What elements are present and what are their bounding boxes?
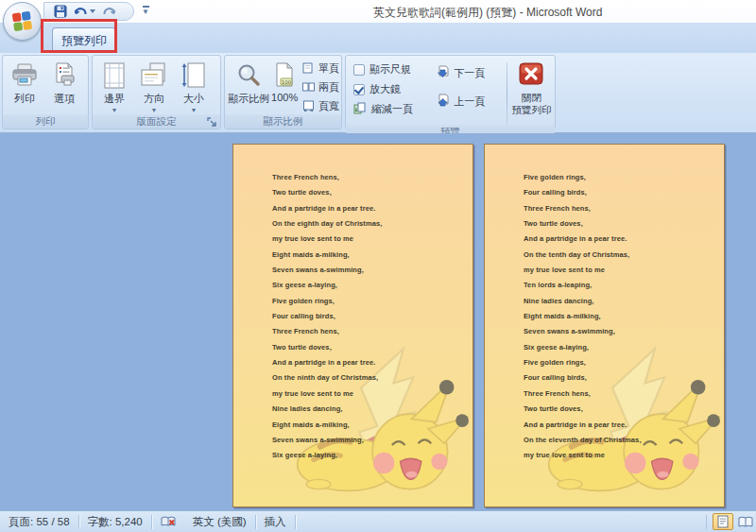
group-print: 列印 選項 列印 [2,55,89,129]
customize-qat-icon[interactable]: ▼ [140,6,151,17]
checkmark-icon [354,84,364,94]
document-line: Two turtle doves, [524,216,724,232]
document-line: Six geese a-laying, [272,278,472,293]
checkbox-checked-icon [353,84,365,95]
size-dropdown-icon: ▼ [191,108,198,113]
page-width-icon [302,100,315,113]
options-label: 選項 [54,92,75,106]
office-logo-icon [12,11,34,33]
document-line: And a partridge in a pear tree. [524,232,724,247]
save-icon[interactable] [54,5,67,18]
print-layout-view-button[interactable] [713,513,733,530]
document-line: Six geese a-laying, [524,340,724,355]
svg-text:100: 100 [282,79,292,85]
document-line: Seven swans a-swimming, [524,324,724,339]
document-line: Seven swans a-swimming, [272,433,472,448]
close-print-preview-button[interactable]: 關閉 預覽列印 [510,59,553,115]
margins-button[interactable]: 邊界 ▼ [94,59,134,113]
size-label: 大小 [183,92,204,106]
two-pages-label: 兩頁 [318,80,339,94]
document-line: Eight maids a-milking, [524,309,724,324]
zoom-button[interactable]: 顯示比例 [227,59,270,106]
group-label-print: 列印 [3,114,88,129]
document-line: On the eleventh day of Christmas, [524,433,724,448]
insert-mode-status[interactable]: 插入 [256,515,295,529]
document-line: Four calling birds, [524,370,724,386]
zoom-label: 顯示比例 [228,92,269,106]
group-zoom: 顯示比例 100 100% 單頁 兩頁 [224,55,342,129]
status-divider [295,515,296,529]
checkbox-unchecked-icon [353,64,365,76]
document-line: And a partridge in a pear tree. [272,355,472,370]
magnifier-checkbox[interactable]: 放大鏡 [353,82,435,96]
page-number-status[interactable]: 頁面: 55 / 58 [0,515,78,529]
document-line: Two turtle doves, [524,402,724,417]
group-label-page-setup: 版面設定 [93,114,220,129]
close-preview-icon [519,62,543,89]
document-line: On the tenth day of Christmas, [524,248,724,263]
document-line: Three French hens, [524,386,724,402]
print-button[interactable]: 列印 [5,59,44,106]
next-page-button[interactable]: 下一頁 [437,65,506,80]
document-line: Nine ladies dancing, [524,294,724,309]
show-ruler-checkbox[interactable]: 顯示尺規 [353,62,435,77]
document-line: my true love sent to me [272,386,472,402]
one-page-icon [302,62,315,76]
redo-icon[interactable] [102,6,116,18]
next-page-icon [437,65,450,80]
group-page-setup: 邊界 ▼ 方向 ▼ 大小 ▼ 版面設定 [92,55,221,129]
document-line: Five golden rings, [524,170,724,185]
shrink-one-page-button[interactable]: 縮減一頁 [353,102,435,116]
zoom-100-button[interactable]: 100 100% [270,59,299,103]
view-shortcuts [706,513,756,530]
proofing-status-icon[interactable] [152,515,184,529]
shrink-one-page-icon [353,102,367,116]
size-button[interactable]: 大小 ▼ [174,59,214,113]
document-line: Three French hens, [272,170,472,185]
quick-access-toolbar [43,2,134,21]
document-line: Two turtle doves, [272,185,472,200]
document-line: And a partridge in a pear tree. [524,418,724,433]
print-preview-canvas: Three French hens,Two turtle doves,And a… [0,133,756,510]
status-bar: 頁面: 55 / 58 字數: 5,240 英文 (美國) 插入 [0,510,756,532]
document-line: On the eighth day of Christmas, [272,216,472,232]
one-page-label: 單頁 [318,61,339,76]
group-label-zoom: 顯示比例 [225,114,341,129]
page-1-text: Three French hens,Two turtle doves,And a… [233,145,472,464]
office-button[interactable] [3,2,42,41]
zoom-100-icon: 100 [273,60,296,91]
orientation-label: 方向 [144,92,164,106]
shrink-one-page-label: 縮減一頁 [371,102,413,116]
two-pages-button[interactable]: 兩頁 [302,80,339,94]
full-screen-reading-view-button[interactable] [735,513,756,530]
group-separator [507,62,507,125]
page-2-text: Five golden rings,Four calling birds,Thr… [485,145,724,464]
print-label: 列印 [14,92,35,106]
magnifier-icon [235,60,262,91]
document-line: Two turtle doves, [272,340,472,355]
document-line: Five golden rings, [524,355,724,370]
word-window: 英文兒歌歌詞(範例用) (預覽) - Microsoft Word ▼ 預覽列印 [0,0,756,532]
prev-page-button[interactable]: 上一頁 [437,94,506,109]
document-line: Three French hens, [272,324,472,339]
undo-icon[interactable] [74,6,95,18]
document-line: Four calling birds, [272,309,472,324]
dialog-launcher-icon[interactable] [206,115,218,128]
preview-page-2[interactable]: Five golden rings,Four calling birds,Thr… [484,144,725,507]
magnifier-label: 放大鏡 [369,82,401,96]
page-size-icon [181,60,206,91]
printer-icon [10,60,39,91]
document-line: my true love sent to me [524,263,724,278]
one-page-button[interactable]: 單頁 [302,61,339,76]
document-line: Six geese a-laying, [272,448,472,463]
document-line: Eight maids a-milking, [272,418,472,433]
orientation-button[interactable]: 方向 ▼ [134,59,174,113]
word-count-status[interactable]: 字數: 5,240 [79,515,151,529]
page-width-button[interactable]: 頁寬 [302,99,339,113]
language-status[interactable]: 英文 (美國) [184,515,255,529]
margins-dropdown-icon: ▼ [112,108,118,113]
prev-page-icon [437,94,450,109]
document-line: Three French hens, [524,201,724,216]
preview-page-1[interactable]: Three French hens,Two turtle doves,And a… [232,144,473,507]
options-button[interactable]: 選項 [44,59,84,106]
